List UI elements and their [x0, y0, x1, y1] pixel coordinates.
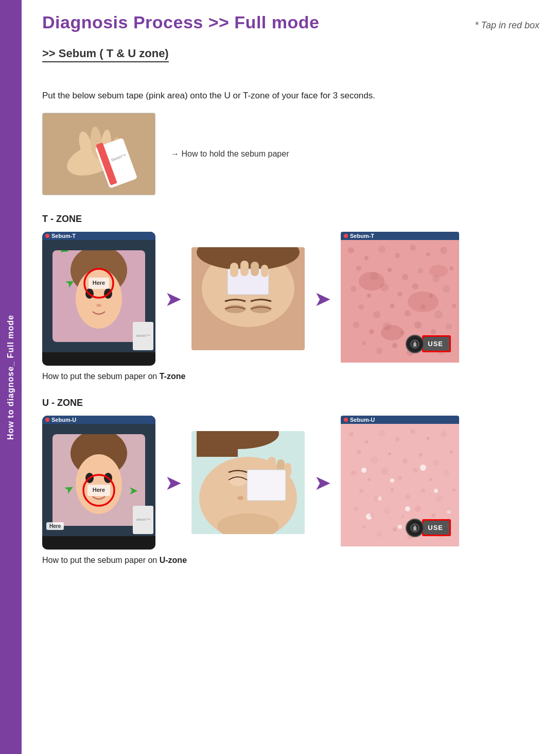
t-zone-arrow-2: ➤	[314, 288, 331, 309]
svg-text:➤: ➤	[129, 484, 138, 497]
svg-point-67	[392, 343, 397, 348]
svg-text:Here: Here	[93, 280, 105, 286]
svg-text:➤: ➤	[58, 250, 72, 258]
svg-point-114	[433, 459, 439, 466]
svg-point-123	[398, 525, 402, 529]
svg-rect-25	[230, 263, 238, 277]
svg-rect-28	[261, 265, 268, 277]
svg-point-97	[229, 474, 247, 486]
svg-point-34	[410, 245, 416, 251]
svg-point-127	[367, 478, 371, 481]
u-zone-arrow-2: ➤	[314, 472, 331, 493]
svg-point-54	[405, 310, 411, 316]
svg-point-134	[374, 495, 380, 502]
u-zone-use-button-circle[interactable]	[406, 519, 424, 537]
svg-point-118	[420, 465, 426, 471]
svg-point-106	[410, 429, 415, 434]
t-zone-use-button-area[interactable]: USE	[406, 335, 451, 353]
t-zone-use-button-circle[interactable]	[406, 335, 424, 353]
t-zone-step-row: Sebum-T	[42, 232, 539, 366]
svg-point-35	[426, 252, 430, 256]
u-zone-phone-label-bar: Sebum-U	[42, 416, 155, 424]
u-zone-arrow-1: ➤	[165, 472, 182, 493]
svg-point-110	[371, 456, 378, 464]
svg-point-31	[364, 256, 369, 260]
u-zone-closeup-dot	[344, 418, 348, 422]
svg-point-57	[452, 304, 456, 308]
t-zone-use-button[interactable]: USE	[422, 335, 451, 352]
svg-point-144	[415, 506, 421, 512]
sebum-tape-row: SMART™ → How to hold the sebum paper	[42, 113, 539, 195]
u-zone-closeup: Sebum-U	[341, 416, 459, 550]
t-zone-caption-zone: T-zone	[160, 372, 186, 381]
svg-point-48	[412, 283, 418, 289]
u-zone-caption-zone: U-zone	[160, 556, 187, 564]
svg-point-108	[441, 431, 447, 437]
svg-point-13	[96, 304, 101, 307]
u-zone-center-photo	[191, 431, 305, 534]
svg-point-105	[395, 437, 399, 441]
svg-point-111	[388, 452, 391, 455]
header-note: * Tap in red box	[475, 20, 539, 31]
u-zone-use-button[interactable]: USE	[422, 519, 451, 536]
svg-point-63	[431, 329, 436, 334]
svg-rect-155	[414, 525, 416, 528]
sebum-tape-caption: → How to hold the sebum paper	[171, 149, 289, 159]
svg-point-36	[440, 247, 447, 254]
svg-text:Here: Here	[93, 487, 105, 493]
intro-text: Put the below sebum tape (pink area) ont…	[42, 89, 539, 102]
svg-rect-77	[414, 341, 416, 344]
svg-point-33	[395, 253, 400, 258]
t-zone-closeup-label-bar: Sebum-T	[341, 232, 459, 240]
svg-point-103	[365, 440, 368, 443]
svg-point-43	[449, 266, 453, 270]
svg-point-132	[443, 470, 449, 476]
svg-point-133	[359, 489, 363, 493]
t-zone-phone-label: Sebum-T	[51, 233, 76, 239]
svg-point-44	[351, 286, 357, 292]
svg-point-45	[367, 294, 371, 298]
svg-point-50	[443, 285, 450, 293]
u-zone-caption: How to put the sebum paper on U-zone	[42, 556, 539, 565]
svg-point-47	[397, 292, 402, 297]
svg-point-64	[446, 323, 452, 330]
sebum-tape-image: SMART™	[42, 113, 155, 195]
t-zone-phone-screen: Sebum-T	[42, 232, 155, 366]
svg-rect-96	[247, 470, 286, 501]
section-heading: >> Sebum ( T & U zone)	[42, 47, 169, 62]
svg-point-65	[362, 341, 366, 345]
svg-point-62	[414, 321, 422, 329]
svg-point-58	[353, 322, 359, 328]
main-content: Diagnosis Process >> Full mode * Tap in …	[22, 0, 560, 754]
svg-rect-100	[197, 431, 238, 457]
svg-point-143	[401, 515, 404, 518]
svg-point-40	[402, 274, 408, 280]
sidebar: How to diagnose_ Full mode	[0, 0, 22, 754]
t-zone-closeup-label: Sebum-T	[350, 233, 374, 239]
svg-point-32	[378, 246, 386, 253]
svg-point-53	[390, 304, 394, 308]
svg-point-56	[434, 311, 443, 319]
t-zone-caption: How to put the sebum paper on T-zone	[42, 372, 539, 381]
svg-point-126	[351, 470, 356, 475]
svg-point-129	[398, 476, 402, 480]
svg-point-113	[418, 453, 423, 457]
svg-point-140	[354, 506, 359, 511]
svg-rect-27	[251, 262, 259, 276]
svg-point-51	[359, 304, 364, 310]
t-zone-arrow-1: ➤	[165, 288, 182, 309]
svg-point-66	[376, 348, 382, 354]
svg-point-128	[381, 468, 388, 475]
svg-point-149	[393, 527, 397, 532]
svg-point-102	[348, 432, 354, 437]
svg-point-104	[379, 430, 385, 436]
svg-point-141	[370, 513, 374, 518]
svg-point-98	[237, 496, 243, 500]
t-zone-closeup-dot	[344, 234, 348, 238]
svg-point-52	[373, 311, 380, 318]
svg-point-145	[431, 513, 435, 518]
svg-point-142	[383, 507, 391, 514]
svg-point-130	[413, 468, 418, 473]
svg-point-109	[357, 450, 361, 454]
u-zone-use-button-area[interactable]: USE	[406, 519, 451, 537]
